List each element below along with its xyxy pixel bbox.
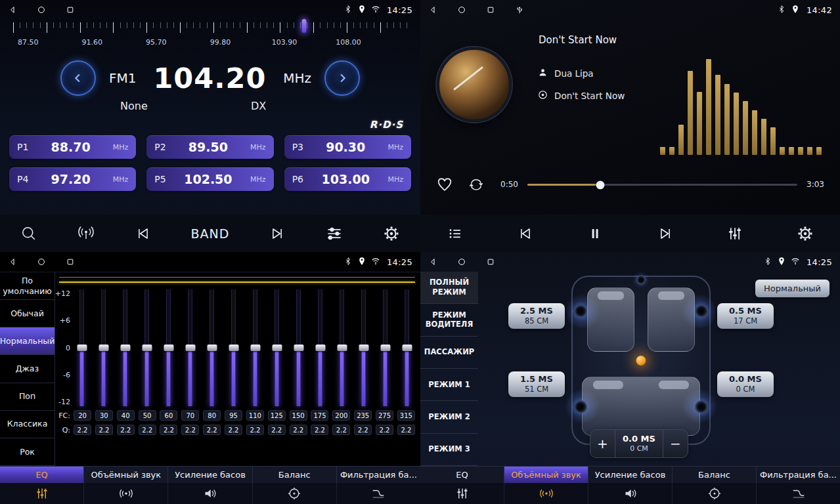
eq-preset-pop[interactable]: Поп [0,383,55,411]
delay-decrease-button[interactable]: − [663,430,688,457]
eq-band-slider[interactable] [293,289,304,406]
repeat-button[interactable] [468,176,485,193]
eq-slider-handle[interactable] [99,345,108,351]
eq-slider-handle[interactable] [164,345,173,351]
front-left-delay-button[interactable]: 2.5 MS 85 CM [508,303,565,329]
eq-slider-handle[interactable] [229,345,238,351]
eq-tab-icon[interactable] [0,483,84,504]
mode-passenger[interactable]: ПАССАЖИР [420,337,478,369]
tab-eq[interactable]: EQ [420,467,504,483]
mode-1[interactable]: РЕЖИМ 1 [420,369,478,401]
tab-balance[interactable]: Баланс [673,467,757,483]
tab-filter[interactable]: Фильтрация ба... [337,467,420,483]
surround-tab-icon[interactable] [504,483,588,504]
eq-preset-normal[interactable]: Нормальный [0,327,55,355]
surround-tab-icon[interactable] [84,483,168,504]
eq-preset-classic[interactable]: Классика [0,411,55,438]
filter-tab-icon[interactable] [757,483,840,504]
tune-down-button[interactable] [60,60,96,96]
tab-surround[interactable]: Объёмный звук [504,467,588,483]
tab-balance[interactable]: Баланс [253,467,337,483]
tab-eq[interactable]: EQ [0,467,84,483]
next-track-button[interactable] [656,224,674,243]
eq-band-slider[interactable] [401,289,412,406]
home-button[interactable] [457,257,466,266]
preset-p2[interactable]: P289.50MHz [146,135,273,159]
playlist-button[interactable] [446,224,464,243]
mode-driver[interactable]: РЕЖИМ ВОДИТЕЛЯ [420,304,478,336]
eq-band-slider[interactable] [271,289,282,406]
eq-band-slider[interactable] [163,289,174,406]
eq-slider-handle[interactable] [380,345,390,351]
settings-button[interactable] [382,224,401,243]
preset-p6[interactable]: P6103.00MHz [284,167,411,191]
eq-slider-handle[interactable] [402,345,412,351]
eq-band-slider[interactable] [185,289,196,406]
eq-preset-rock[interactable]: Рок [0,438,55,466]
scan-broadcast-button[interactable] [77,224,95,243]
eq-band-slider[interactable] [228,289,239,406]
eq-slider-handle[interactable] [142,345,152,351]
pause-button[interactable] [586,224,604,243]
filter-tab-icon[interactable] [337,483,420,504]
eq-slider-handle[interactable] [294,345,303,351]
prev-track-button[interactable] [516,224,535,243]
mixer-button[interactable] [726,224,744,243]
tab-filter[interactable]: Фильтрация ба... [757,467,840,483]
eq-slider-handle[interactable] [120,345,130,351]
preset-p1[interactable]: P188.70MHz [9,135,136,159]
rear-left-delay-button[interactable]: 1.5 MS 51 CM [508,371,565,397]
eq-band-slider[interactable] [141,289,152,406]
eq-preset-custom[interactable]: Обычай [0,300,55,327]
balance-tab-icon[interactable] [253,483,337,504]
eq-band-slider[interactable] [206,289,217,406]
seek-bar[interactable] [527,180,797,189]
eq-slider-handle[interactable] [207,345,217,351]
rear-right-delay-button[interactable]: 0.0 MS 0 CM [717,371,774,397]
eq-preset-default[interactable]: По умолчанию [0,272,55,300]
band-button[interactable]: BAND [191,226,230,241]
eq-band-slider[interactable] [315,289,326,406]
eq-slider-handle[interactable] [315,345,325,351]
back-button[interactable] [8,5,17,14]
eq-band-slider[interactable] [380,289,391,406]
audio-settings-button[interactable] [325,224,343,243]
tab-bass-boost[interactable]: Усиление басов [588,467,673,483]
back-button[interactable] [8,257,17,266]
home-button[interactable] [37,257,46,266]
preset-p5[interactable]: P5102.50MHz [146,167,273,191]
tuner-indicator[interactable] [302,19,307,33]
back-button[interactable] [428,257,437,266]
tune-up-button[interactable] [324,60,360,96]
bass-boost-tab-icon[interactable] [588,483,673,504]
tab-surround[interactable]: Объёмный звук [84,467,168,483]
listening-position-dot[interactable] [636,356,646,366]
eq-band-slider[interactable] [76,289,87,406]
recents-button[interactable] [486,257,495,266]
prev-station-button[interactable] [134,224,152,243]
eq-band-slider[interactable] [358,289,369,406]
eq-slider-handle[interactable] [337,345,347,351]
eq-band-slider[interactable] [98,289,109,406]
eq-band-slider[interactable] [336,289,347,406]
settings-button[interactable] [796,224,814,243]
eq-slider-handle[interactable] [185,345,195,351]
freq-ruler[interactable]: 87.5091.6095.7099.80103.90108.00 [9,21,411,55]
mode-full[interactable]: ПОЛНЫЙ РЕЖИМ [420,272,478,304]
home-button[interactable] [37,5,46,14]
front-right-delay-button[interactable]: 0.5 MS 17 CM [717,303,774,329]
sound-preset-button[interactable]: Нормальный [755,280,829,297]
search-button[interactable] [20,224,38,243]
mode-2[interactable]: РЕЖИМ 2 [420,401,478,433]
eq-band-slider[interactable] [120,289,131,406]
tab-bass-boost[interactable]: Усиление басов [168,467,252,483]
balance-tab-icon[interactable] [673,483,757,504]
mode-3[interactable]: РЕЖИМ 3 [420,434,478,466]
eq-slider-handle[interactable] [359,345,368,351]
eq-slider-handle[interactable] [250,345,260,351]
preset-p4[interactable]: P497.20MHz [9,167,136,191]
bass-boost-tab-icon[interactable] [168,483,252,504]
delay-increase-button[interactable]: + [590,430,615,457]
next-station-button[interactable] [268,224,286,243]
eq-band-slider[interactable] [250,289,261,406]
